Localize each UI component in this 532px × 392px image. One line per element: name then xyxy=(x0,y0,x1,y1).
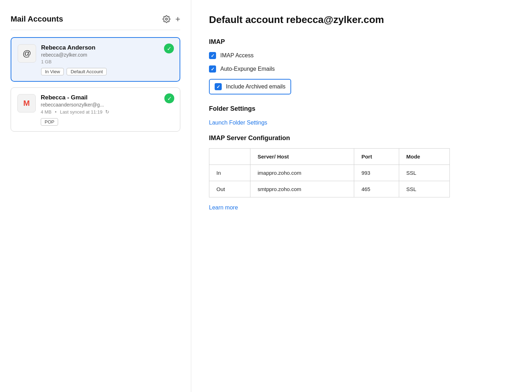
account-synced-2: Last synced at 11:19 xyxy=(60,109,102,115)
account-meta-2: 4 MB • Last synced at 11:19 ↻ xyxy=(41,109,174,115)
account-check-2: ✓ xyxy=(164,93,174,103)
account-tags-2: POP xyxy=(41,118,174,126)
dot-separator: • xyxy=(55,109,57,115)
launch-folder-settings-link[interactable]: Launch Folder Settings xyxy=(209,120,267,126)
account-card-rebecca[interactable]: @ Rebecca Anderson rebecca@zylker.com 1 … xyxy=(11,37,180,82)
account-check-1: ✓ xyxy=(164,44,174,53)
svg-point-0 xyxy=(165,18,168,20)
account-email-2: rebeccaandersonzylker@g... xyxy=(41,102,174,108)
imap-server-config-section: IMAP Server Configuration Server/ Host P… xyxy=(209,134,514,211)
table-row-out: Out smtppro.zoho.com 465 SSL xyxy=(209,181,450,197)
account-info-1: Rebecca Anderson rebecca@zylker.com 1 GB… xyxy=(41,44,173,75)
page-title: Default account rebecca@zylker.com xyxy=(209,14,514,25)
col-direction-header xyxy=(209,149,250,165)
row-out-port: 465 xyxy=(354,181,399,197)
account-name-1: Rebecca Anderson xyxy=(41,44,173,51)
imap-config-table: Server/ Host Port Mode In imappro.zoho.c… xyxy=(209,148,450,197)
col-mode-header: Mode xyxy=(399,149,450,165)
imap-access-row: ✓ IMAP Access xyxy=(209,52,514,59)
tag-pop: POP xyxy=(41,118,58,126)
row-in-direction: In xyxy=(209,165,250,181)
imap-section-title: IMAP xyxy=(209,38,514,46)
add-account-icon[interactable]: + xyxy=(175,14,180,24)
row-in-host: imappro.zoho.com xyxy=(250,165,354,181)
account-storage-2: 4 MB xyxy=(41,109,51,115)
right-panel: Default account rebecca@zylker.com IMAP … xyxy=(191,0,532,392)
account-email-1: rebecca@zylker.com xyxy=(41,52,173,58)
tag-default: Default Account xyxy=(67,68,107,75)
folder-settings-section: Folder Settings Launch Folder Settings xyxy=(209,105,514,126)
account-storage-1: 1 GB xyxy=(41,59,173,64)
folder-settings-title: Folder Settings xyxy=(209,105,514,113)
account-at-icon: @ xyxy=(18,44,36,63)
col-host-header: Server/ Host xyxy=(250,149,354,165)
settings-icon[interactable] xyxy=(163,15,170,23)
table-row-in: In imappro.zoho.com 993 SSL xyxy=(209,165,450,181)
include-archived-label: Include Archived emails xyxy=(226,83,285,90)
auto-expunge-label: Auto-Expunge Emails xyxy=(220,66,275,72)
learn-more-link[interactable]: Learn more xyxy=(209,204,238,211)
row-out-host: smtppro.zoho.com xyxy=(250,181,354,197)
row-in-port: 993 xyxy=(354,165,399,181)
imap-access-checkbox[interactable]: ✓ xyxy=(209,52,216,59)
imap-server-title: IMAP Server Configuration xyxy=(209,134,514,142)
table-header-row: Server/ Host Port Mode xyxy=(209,149,450,165)
tag-inview: In View xyxy=(41,68,64,75)
imap-access-label: IMAP Access xyxy=(220,52,254,59)
include-archived-row: ✓ Include Archived emails xyxy=(209,79,291,94)
auto-expunge-checkbox[interactable]: ✓ xyxy=(209,65,216,73)
account-tags-1: In View Default Account xyxy=(41,68,173,75)
row-out-direction: Out xyxy=(209,181,250,197)
account-name-2: Rebecca - Gmail xyxy=(41,94,174,101)
panel-header: Mail Accounts + xyxy=(11,14,180,30)
panel-title: Mail Accounts xyxy=(11,15,63,24)
col-port-header: Port xyxy=(354,149,399,165)
sync-icon: ↻ xyxy=(105,109,109,115)
account-gmail-icon: M xyxy=(17,94,36,113)
row-in-mode: SSL xyxy=(399,165,450,181)
include-archived-checkbox[interactable]: ✓ xyxy=(215,83,222,90)
row-out-mode: SSL xyxy=(399,181,450,197)
auto-expunge-row: ✓ Auto-Expunge Emails xyxy=(209,65,514,73)
header-icons: + xyxy=(163,14,180,24)
account-card-gmail[interactable]: M Rebecca - Gmail rebeccaandersonzylker@… xyxy=(11,87,180,132)
left-panel: Mail Accounts + @ Rebecca Anderson rebec… xyxy=(0,0,191,392)
account-info-2: Rebecca - Gmail rebeccaandersonzylker@g.… xyxy=(41,94,174,126)
